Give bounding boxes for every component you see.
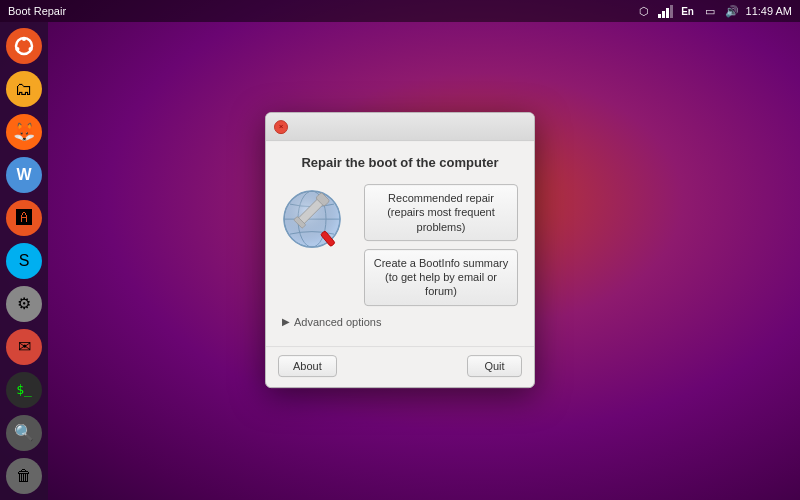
- taskbar-time: 11:49 AM: [746, 5, 792, 17]
- sidebar-item-trash[interactable]: 🗑: [3, 455, 45, 496]
- dialog-body: Repair the boot of the computer: [266, 141, 534, 340]
- svg-point-2: [16, 47, 20, 51]
- dialog-content: Recommended repair (repairs most frequen…: [282, 184, 518, 306]
- appstore-icon: 🅰: [6, 200, 42, 236]
- advanced-arrow-icon: ▶: [282, 316, 290, 327]
- search-icon: 🔍: [6, 415, 42, 451]
- sidebar-item-skype[interactable]: S: [3, 241, 45, 282]
- bootinfo-summary-button[interactable]: Create a BootInfo summary (to get help b…: [364, 249, 518, 306]
- svg-point-1: [22, 37, 26, 41]
- taskbar-right: ⬡ En ▭ 🔊 11:49 AM: [636, 3, 792, 19]
- recommended-repair-line2: (repairs most frequent problems): [387, 206, 495, 232]
- dialog-action-buttons: Recommended repair (repairs most frequen…: [364, 184, 518, 306]
- sidebar-item-terminal[interactable]: $_: [3, 369, 45, 410]
- svg-point-3: [29, 47, 33, 51]
- sidebar-item-system[interactable]: ⚙: [3, 283, 45, 324]
- boot-repair-dialog: × Repair the boot of the computer: [265, 112, 535, 388]
- system-icon: ⚙: [6, 286, 42, 322]
- advanced-options-label: Advanced options: [294, 316, 381, 328]
- dialog-icon-wrap: [282, 184, 352, 254]
- signal-bars: [658, 4, 673, 18]
- recommended-repair-button[interactable]: Recommended repair (repairs most frequen…: [364, 184, 518, 241]
- bootinfo-line1: Create a BootInfo summary: [374, 257, 509, 269]
- trash-icon: 🗑: [6, 458, 42, 494]
- sidebar-item-email[interactable]: ✉: [3, 326, 45, 367]
- terminal-icon: $_: [6, 372, 42, 408]
- sidebar-item-appstore[interactable]: 🅰: [3, 198, 45, 239]
- signal-icon: [658, 3, 674, 19]
- quit-button[interactable]: Quit: [467, 355, 522, 377]
- speaker-icon: 🔊: [724, 3, 740, 19]
- recommended-repair-line1: Recommended repair: [388, 192, 494, 204]
- about-button[interactable]: About: [278, 355, 337, 377]
- ubuntu-home-icon: [6, 28, 42, 64]
- sidebar-item-writer[interactable]: W: [3, 155, 45, 196]
- dialog-titlebar: ×: [266, 113, 534, 141]
- writer-icon: W: [6, 157, 42, 193]
- dropbox-icon[interactable]: ⬡: [636, 3, 652, 19]
- email-icon: ✉: [6, 329, 42, 365]
- language-icon[interactable]: En: [680, 3, 696, 19]
- unity-sidebar: 🗂 🦊 W 🅰 S ⚙ ✉ $_ 🔍 🗑: [0, 22, 48, 500]
- boot-repair-icon: [282, 184, 352, 254]
- taskbar-title: Boot Repair: [8, 5, 66, 17]
- firefox-icon: 🦊: [6, 114, 42, 150]
- ubuntu-logo-svg: [13, 35, 35, 57]
- taskbar-top: Boot Repair ⬡ En ▭ 🔊 11:49 AM: [0, 0, 800, 22]
- sidebar-item-ubuntu[interactable]: [3, 26, 45, 67]
- desktop: Boot Repair ⬡ En ▭ 🔊 11:49 AM: [0, 0, 800, 500]
- bootinfo-line2: (to get help by email or forum): [385, 271, 497, 297]
- dialog-title: Repair the boot of the computer: [282, 155, 518, 170]
- sidebar-item-search[interactable]: 🔍: [3, 412, 45, 453]
- sidebar-item-files[interactable]: 🗂: [3, 69, 45, 110]
- dialog-close-button[interactable]: ×: [274, 120, 288, 134]
- sidebar-item-firefox[interactable]: 🦊: [3, 112, 45, 153]
- advanced-options-row[interactable]: ▶ Advanced options: [282, 316, 518, 328]
- close-icon: ×: [279, 122, 284, 131]
- skype-icon: S: [6, 243, 42, 279]
- files-icon: 🗂: [6, 71, 42, 107]
- battery-icon: ▭: [702, 3, 718, 19]
- dialog-footer: About Quit: [266, 346, 534, 387]
